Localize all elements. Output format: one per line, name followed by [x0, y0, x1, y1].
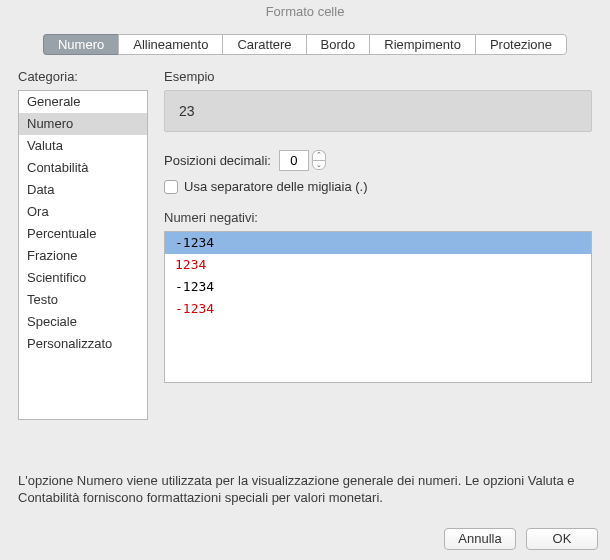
tab-riempimento[interactable]: Riempimento — [369, 34, 475, 55]
decimals-input[interactable] — [279, 150, 309, 171]
category-item-data[interactable]: Data — [19, 179, 147, 201]
tab-bordo[interactable]: Bordo — [306, 34, 370, 55]
negatives-label: Numeri negativi: — [164, 210, 592, 225]
negative-option-3[interactable]: -1234 — [165, 298, 591, 320]
ok-button[interactable]: OK — [526, 528, 598, 550]
thousands-checkbox[interactable] — [164, 180, 178, 194]
negative-option-1[interactable]: 1234 — [165, 254, 591, 276]
category-item-personalizzato[interactable]: Personalizzato — [19, 333, 147, 355]
tab-numero[interactable]: Numero — [43, 34, 118, 55]
format-description: L'opzione Numero viene utilizzata per la… — [18, 472, 592, 506]
category-item-numero[interactable]: Numero — [19, 113, 147, 135]
cancel-button[interactable]: Annulla — [444, 528, 516, 550]
negative-option-0[interactable]: -1234 — [165, 232, 591, 254]
decimals-step-down[interactable]: ⌄ — [312, 160, 326, 170]
tab-allineamento[interactable]: Allineamento — [118, 34, 222, 55]
category-list[interactable]: Generale Numero Valuta Contabilità Data … — [18, 90, 148, 420]
example-label: Esempio — [164, 69, 592, 84]
category-item-testo[interactable]: Testo — [19, 289, 147, 311]
category-item-generale[interactable]: Generale — [19, 91, 147, 113]
category-item-valuta[interactable]: Valuta — [19, 135, 147, 157]
category-label: Categoria: — [18, 69, 148, 84]
decimals-label: Posizioni decimali: — [164, 153, 271, 168]
thousands-label: Usa separatore delle migliaia (.) — [184, 179, 368, 194]
tabs: Numero Allineamento Carattere Bordo Riem… — [18, 34, 592, 55]
category-item-scientifico[interactable]: Scientifico — [19, 267, 147, 289]
category-item-percentuale[interactable]: Percentuale — [19, 223, 147, 245]
tab-protezione[interactable]: Protezione — [475, 34, 567, 55]
window-title: Formato celle — [0, 0, 610, 24]
example-value: 23 — [164, 90, 592, 132]
category-item-speciale[interactable]: Speciale — [19, 311, 147, 333]
negative-option-2[interactable]: -1234 — [165, 276, 591, 298]
category-item-frazione[interactable]: Frazione — [19, 245, 147, 267]
tab-carattere[interactable]: Carattere — [222, 34, 305, 55]
category-item-contabilita[interactable]: Contabilità — [19, 157, 147, 179]
category-item-ora[interactable]: Ora — [19, 201, 147, 223]
negatives-list[interactable]: -1234 1234 -1234 -1234 — [164, 231, 592, 383]
decimals-step-up[interactable]: ⌃ — [312, 150, 326, 160]
